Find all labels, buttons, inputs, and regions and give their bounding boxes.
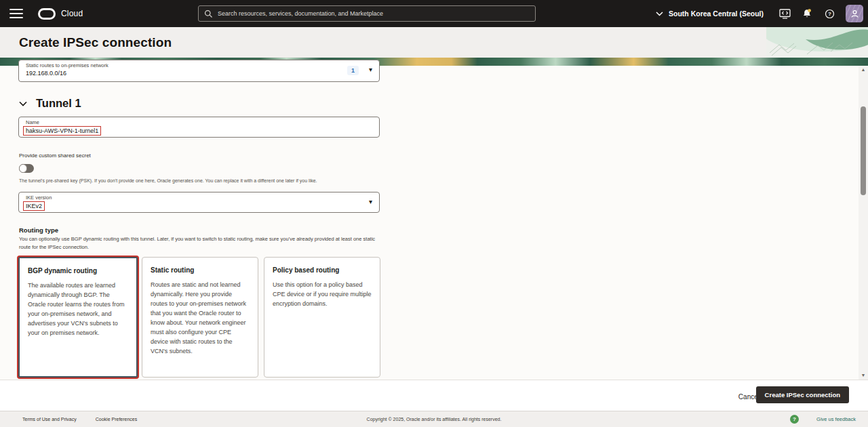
bell-icon <box>802 8 812 19</box>
toggle-knob <box>19 164 27 173</box>
ike-version-label: IKE version <box>26 195 372 201</box>
footer: Terms of Use and Privacy Cookie Preferen… <box>0 411 868 427</box>
routing-option-title: Policy based routing <box>273 266 372 274</box>
scroll-down-icon[interactable]: ▼ <box>859 373 868 378</box>
tunnel-section-header[interactable]: Tunnel 1 <box>19 97 81 110</box>
topbar-right: South Korea Central (Seoul) <box>656 0 868 27</box>
page-title: Create IPSec connection <box>19 35 172 50</box>
static-routes-field[interactable]: Static routes to on-premises network 192… <box>18 60 380 82</box>
decorative-art <box>766 27 868 58</box>
chevron-down-icon <box>656 12 663 16</box>
tunnel-name-value: haksu-AWS-VPN-1-turnel1 <box>23 126 101 136</box>
routing-option-title: Static routing <box>151 266 250 274</box>
shared-secret-toggle[interactable] <box>19 164 34 173</box>
routing-option-description: Routes are static and not learned dynami… <box>151 280 250 356</box>
notifications-button[interactable] <box>797 3 817 24</box>
region-selector[interactable]: South Korea Central (Seoul) <box>656 9 764 18</box>
scrollbar-thumb[interactable] <box>861 106 866 195</box>
cookie-preferences-link[interactable]: Cookie Preferences <box>96 417 137 422</box>
topbar: Cloud South Korea Central (Seoul) <box>0 0 868 27</box>
shared-secret-label: Provide custom shared secret <box>19 152 91 159</box>
region-label: South Korea Central (Seoul) <box>669 9 764 18</box>
routing-option-bgp[interactable]: BGP dynamic routing The available routes… <box>18 257 138 378</box>
static-routes-count-badge: 1 <box>347 66 359 75</box>
search-icon <box>204 9 213 18</box>
hamburger-menu-icon[interactable] <box>9 9 23 18</box>
routing-type-label: Routing type <box>19 226 58 234</box>
ike-version-value: IKEv2 <box>23 201 45 211</box>
routing-option-static[interactable]: Static routing Routes are static and not… <box>142 257 258 378</box>
feedback-help-icon: ? <box>790 415 799 424</box>
brand-label: Cloud <box>61 9 83 18</box>
shared-secret-help: The tunnel's pre-shared key (PSK). If yo… <box>19 178 385 183</box>
svg-text:?: ? <box>828 11 831 17</box>
ike-version-select[interactable]: IKE version IKEv2 ▾ <box>18 192 380 213</box>
routing-option-policy[interactable]: Policy based routing Use this option for… <box>264 257 380 378</box>
routing-type-description: You can optionally use BGP dynamic routi… <box>19 235 382 251</box>
feedback-label: Give us feedback <box>816 416 856 422</box>
scrollbar[interactable]: ▲ ▼ <box>859 66 868 380</box>
user-avatar[interactable] <box>846 5 863 22</box>
routing-option-title: BGP dynamic routing <box>28 267 128 274</box>
routing-option-description: Use this option for a policy based CPE d… <box>273 280 372 308</box>
person-icon <box>850 9 860 19</box>
terms-link[interactable]: Terms of Use and Privacy <box>22 417 77 422</box>
static-routes-label: Static routes to on-premises network <box>26 62 372 69</box>
help-button[interactable]: ? <box>819 3 840 24</box>
routing-option-description: The available routes are learned dynamic… <box>28 281 128 338</box>
feedback-link[interactable]: ? Give us feedback <box>790 415 856 424</box>
tunnel-name-label: Name <box>26 119 372 126</box>
search-input[interactable] <box>218 10 530 17</box>
tunnel-section-title: Tunnel 1 <box>36 97 81 110</box>
action-bar: Cancel Create IPSec connection <box>0 380 868 411</box>
create-ipsec-button[interactable]: Create IPSec connection <box>756 386 849 403</box>
title-band: Create IPSec connection <box>0 27 868 58</box>
routing-options: BGP dynamic routing The available routes… <box>18 257 380 378</box>
cloud-shell-icon <box>779 9 791 19</box>
oci-create-ipsec-page: Cloud South Korea Central (Seoul) <box>0 0 868 427</box>
chevron-down-icon <box>19 101 27 106</box>
help-icon: ? <box>825 9 835 19</box>
tunnel-name-field[interactable]: Name haksu-AWS-VPN-1-turnel1 <box>18 117 380 138</box>
static-routes-value: 192.168.0.0/16 <box>26 69 372 77</box>
oracle-logo-icon <box>38 8 56 20</box>
brand[interactable]: Cloud <box>38 8 83 20</box>
cloud-shell-button[interactable] <box>774 3 795 24</box>
global-search[interactable] <box>198 5 536 22</box>
chevron-down-icon[interactable]: ▾ <box>369 66 372 73</box>
chevron-down-icon[interactable]: ▾ <box>369 198 372 205</box>
form-content: Static routes to on-premises network 192… <box>0 66 868 380</box>
scroll-up-icon[interactable]: ▲ <box>859 67 868 72</box>
